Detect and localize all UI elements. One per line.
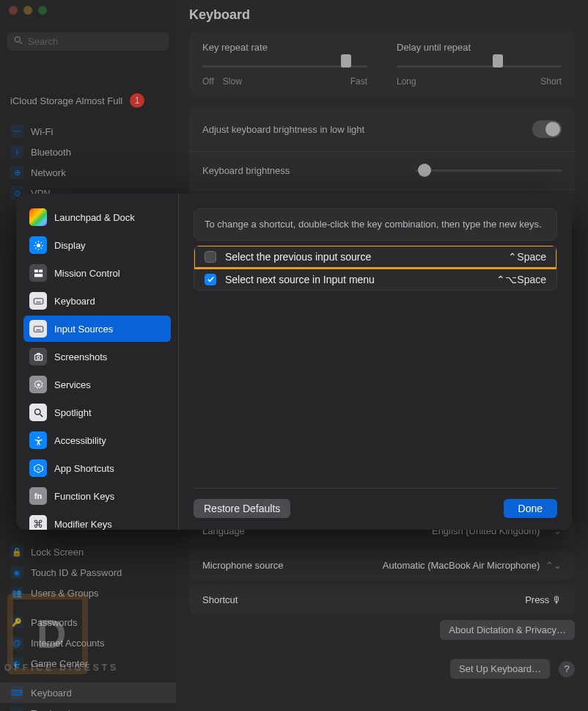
modal-item-accessibility[interactable]: Accessibility	[23, 427, 171, 453]
modal-item-modifier-keys[interactable]: ⌘Modifier Keys	[23, 511, 171, 530]
services-icon	[29, 376, 47, 393]
modal-item-label: Launchpad & Dock	[54, 212, 135, 223]
sidebar-item-lockscreen[interactable]: 🔒Lock Screen	[0, 542, 176, 562]
delay-repeat-slider[interactable]	[397, 59, 562, 73]
search-input[interactable]	[28, 36, 163, 47]
sidebar-item-internet-accounts[interactable]: @Internet Accounts	[0, 632, 176, 653]
svg-rect-14	[34, 298, 43, 304]
function-keys-icon: fn	[29, 487, 47, 505]
shortcut-checkbox[interactable]	[205, 274, 216, 285]
slider-label-off: Off	[202, 76, 214, 87]
shortcut-row[interactable]: Shortcut Press 🎙	[189, 586, 575, 614]
alert-badge: 1	[130, 93, 144, 108]
fingerprint-icon: ◉	[10, 566, 23, 579]
sidebar-item-label: Trackpad	[31, 708, 70, 712]
shortcut-checkbox[interactable]	[205, 251, 216, 263]
trackpad-icon: ▭	[10, 707, 23, 711]
about-dictation-button[interactable]: About Dictation & Privacy…	[440, 620, 575, 640]
modal-footer: Restore Defaults Done	[194, 488, 557, 518]
modal-item-label: App Shortcuts	[54, 463, 114, 474]
svg-rect-12	[39, 269, 43, 272]
mic-value: Automatic (MacBook Air Microphone)	[383, 560, 540, 571]
svg-point-28	[37, 436, 40, 438]
users-icon: 👥	[10, 586, 23, 599]
search-field[interactable]	[7, 32, 169, 51]
icloud-alert[interactable]: iCloud Storage Almost Full 1	[0, 86, 176, 115]
delay-repeat-label: Delay until repeat	[397, 42, 562, 53]
keyboard-icon: ⌨	[10, 686, 23, 699]
mic-label: Microphone source	[202, 560, 284, 571]
key-repeat-label: Key repeat rate	[202, 42, 367, 53]
screenshots-icon	[29, 348, 47, 365]
sidebar-item-label: Bluetooth	[31, 147, 71, 158]
sidebar-item-label: Internet Accounts	[31, 638, 104, 649]
svg-line-7	[35, 242, 36, 243]
sidebar-item-label: Users & Groups	[31, 588, 98, 599]
sidebar-item-users[interactable]: 👥Users & Groups	[0, 583, 176, 603]
help-button[interactable]: ?	[559, 661, 575, 677]
shortcut-label: Select next source in Input menu	[225, 274, 488, 285]
sidebar-item-passwords[interactable]: 🔑Passwords	[0, 612, 176, 632]
modal-item-keyboard[interactable]: Keyboard	[23, 288, 171, 314]
modal-item-function-keys[interactable]: fnFunction Keys	[23, 483, 171, 509]
sidebar-item-network[interactable]: ⊕Network	[0, 162, 176, 183]
alert-text: iCloud Storage Almost Full	[10, 95, 122, 106]
svg-line-1	[20, 42, 22, 44]
sidebar-item-keyboard[interactable]: ⌨Keyboard	[0, 682, 176, 703]
shortcut-table: Select the previous input source ⌃Space …	[194, 245, 557, 291]
mic-row[interactable]: Microphone source Automatic (MacBook Air…	[189, 551, 575, 580]
sidebar-item-wifi[interactable]: 〰Wi-Fi	[0, 121, 176, 142]
brightness-label: Keyboard brightness	[202, 165, 290, 176]
sidebar-item-label: Game Center	[31, 658, 88, 669]
svg-rect-22	[34, 354, 42, 360]
setup-keyboard-button[interactable]: Set Up Keyboard…	[450, 659, 550, 679]
modal-item-spotlight[interactable]: Spotlight	[23, 399, 171, 426]
sidebar-item-label: Lock Screen	[31, 547, 84, 558]
modal-item-launchpad[interactable]: Launchpad & Dock	[23, 204, 171, 230]
accessibility-icon	[29, 431, 47, 449]
shortcut-row-prev-input[interactable]: Select the previous input source ⌃Space	[194, 246, 556, 268]
modal-item-mission[interactable]: Mission Control	[23, 260, 171, 286]
shortcut-row-next-input[interactable]: Select next source in Input menu ⌃⌥Space	[194, 268, 556, 290]
bluetooth-icon: ᚼ	[10, 145, 23, 158]
svg-point-2	[37, 244, 40, 247]
sidebar-item-bluetooth[interactable]: ᚼBluetooth	[0, 142, 176, 162]
key-repeat-slider[interactable]	[202, 59, 367, 73]
sidebar-item-label: Network	[31, 167, 66, 178]
network-icon: ⊕	[10, 166, 23, 179]
shortcut-row-value: Press	[525, 594, 549, 605]
svg-line-9	[35, 247, 36, 248]
sidebar-item-touchid[interactable]: ◉Touch ID & Password	[0, 562, 176, 583]
sidebar-item-gamecenter[interactable]: ◐Game Center	[0, 653, 176, 674]
modal-item-app-shortcuts[interactable]: AApp Shortcuts	[23, 455, 171, 481]
modal-main: To change a shortcut, double-click the k…	[179, 194, 572, 530]
modal-item-input-sources[interactable]: Input Sources	[23, 316, 171, 342]
adjust-brightness-label: Adjust keyboard brightness in low light	[202, 124, 364, 135]
page-title: Keyboard	[189, 7, 575, 23]
modal-item-display[interactable]: Display	[23, 232, 171, 258]
modal-item-label: Display	[54, 240, 86, 251]
shortcut-keys[interactable]: ⌃Space	[508, 251, 546, 263]
sidebar-item-trackpad[interactable]: ▭Trackpad	[0, 703, 176, 711]
wifi-icon: 〰	[10, 125, 23, 138]
key-icon: 🔑	[10, 616, 23, 629]
modal-item-label: Keyboard	[54, 296, 95, 307]
modal-item-screenshots[interactable]: Screenshots	[23, 343, 171, 370]
brightness-slider[interactable]	[415, 169, 562, 172]
mic-icon: 🎙	[552, 594, 562, 605]
modal-item-services[interactable]: Services	[23, 371, 171, 398]
svg-point-26	[34, 409, 40, 415]
modal-item-label: Screenshots	[54, 351, 107, 362]
done-button[interactable]: Done	[504, 499, 557, 518]
svg-rect-13	[34, 274, 42, 277]
restore-defaults-button[interactable]: Restore Defaults	[194, 499, 290, 518]
launchpad-icon	[29, 208, 47, 226]
sidebar-item-label: Keyboard	[31, 688, 72, 699]
svg-rect-24	[37, 353, 40, 354]
shortcut-keys[interactable]: ⌃⌥Space	[496, 274, 546, 285]
sidebar-item-label: Wi-Fi	[31, 126, 53, 137]
adjust-brightness-toggle[interactable]	[532, 120, 562, 138]
svg-rect-20	[34, 326, 43, 332]
input-sources-icon	[29, 320, 47, 338]
svg-point-25	[37, 383, 40, 386]
